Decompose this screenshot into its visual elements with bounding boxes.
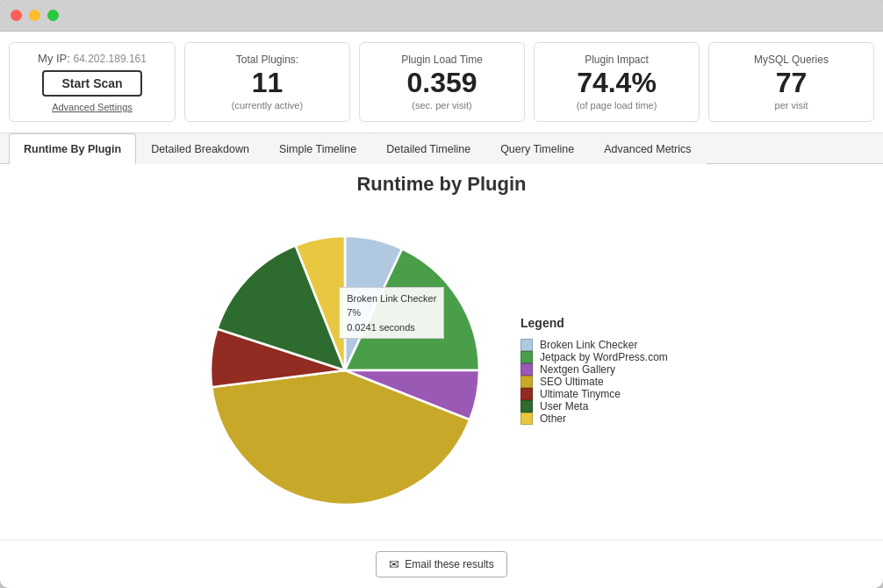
legend-color-5 [520,400,533,412]
metric-total-plugins: Total Plugins: 11 (currently active) [184,42,350,122]
tab-detailed-breakdown[interactable]: Detailed Breakdown [136,133,264,164]
tab-advanced-metrics[interactable]: Advanced Metrics [589,133,706,164]
tab-bar: Runtime By Plugin Detailed Breakdown Sim… [0,133,883,164]
legend-color-0 [520,339,533,351]
tab-detailed-timeline[interactable]: Detailed Timeline [371,133,485,164]
email-results-label: Email these results [405,558,493,570]
metric-load-time-sub: (sec. per visit) [412,100,471,111]
legend-item-4: Ultimate Tinymce [520,388,687,400]
legend-label-4: Ultimate Tinymce [540,388,621,400]
my-ip-text: My IP: [38,52,70,65]
tab-query-timeline[interactable]: Query Timeline [485,133,589,164]
metric-total-plugins-sub: (currently active) [232,100,303,111]
legend-label-6: Other [540,412,566,425]
legend-label-3: SEO Ultimate [540,376,604,388]
legend-color-2 [520,363,533,376]
legend-color-3 [520,376,533,388]
legend-label-0: Broken Link Checker [540,339,637,351]
maximize-dot[interactable] [47,10,59,21]
titlebar [0,0,883,32]
bottom-bar: ✉ Email these results [0,540,883,588]
email-icon: ✉ [389,557,399,571]
legend-label-2: Nextgen Gallery [540,363,615,376]
main-content: My IP: 64.202.189.161 Start Scan Advance… [0,32,883,588]
legend: Legend Broken Link Checker Jetpack by Wo… [520,316,687,425]
tab-runtime-by-plugin[interactable]: Runtime By Plugin [9,133,136,164]
legend-color-1 [520,351,533,363]
metric-mysql-sub: per visit [775,100,808,111]
legend-color-4 [520,388,533,400]
top-section: My IP: 64.202.189.161 Start Scan Advance… [0,32,883,133]
legend-item-0: Broken Link Checker [520,339,687,351]
metric-load-time-value: 0.359 [406,68,477,98]
metric-total-plugins-label: Total Plugins: [236,54,298,66]
legend-item-2: Nextgen Gallery [520,363,687,376]
metric-impact-sub: (of page load time) [577,100,657,111]
metric-mysql-label: MySQL Queries [754,54,829,66]
legend-item-6: Other [520,412,687,425]
my-ip-value: 64.202.189.161 [74,53,147,65]
legend-item-3: SEO Ultimate [520,376,687,388]
start-scan-button[interactable]: Start Scan [42,70,141,97]
close-dot[interactable] [11,10,22,21]
legend-label-5: User Meta [540,400,588,412]
metric-total-plugins-value: 11 [252,68,284,98]
chart-title: Runtime by Plugin [356,173,526,196]
app-window: My IP: 64.202.189.161 Start Scan Advance… [0,0,883,588]
tab-simple-timeline[interactable]: Simple Timeline [264,133,371,164]
advanced-settings-link[interactable]: Advanced Settings [52,102,133,112]
minimize-dot[interactable] [29,10,40,21]
metric-load-time: Plugin Load Time 0.359 (sec. per visit) [359,42,525,122]
metric-impact-value: 74.4% [577,68,657,98]
my-ip-label: My IP: 64.202.189.161 [38,52,147,65]
legend-item-1: Jetpack by WordPress.com [520,351,687,363]
metric-load-time-label: Plugin Load Time [401,54,483,66]
chart-area: Runtime by Plugin Broken Link Checker 7%… [0,164,883,540]
legend-item-5: User Meta [520,400,687,412]
chart-container: Broken Link Checker 7% 0.0241 seconds Le… [18,201,865,540]
metric-mysql-value: 77 [776,68,808,98]
my-ip-box: My IP: 64.202.189.161 Start Scan Advance… [9,42,176,122]
pie-chart: Broken Link Checker 7% 0.0241 seconds [196,221,494,520]
metric-mysql: MySQL Queries 77 per visit [708,42,874,122]
legend-color-6 [520,412,533,425]
legend-title: Legend [520,316,687,330]
metric-impact-label: Plugin Impact [585,54,649,66]
pie-svg [196,221,494,520]
metric-impact: Plugin Impact 74.4% (of page load time) [534,42,700,122]
legend-label-1: Jetpack by WordPress.com [540,351,668,363]
email-results-button[interactable]: ✉ Email these results [376,551,506,577]
